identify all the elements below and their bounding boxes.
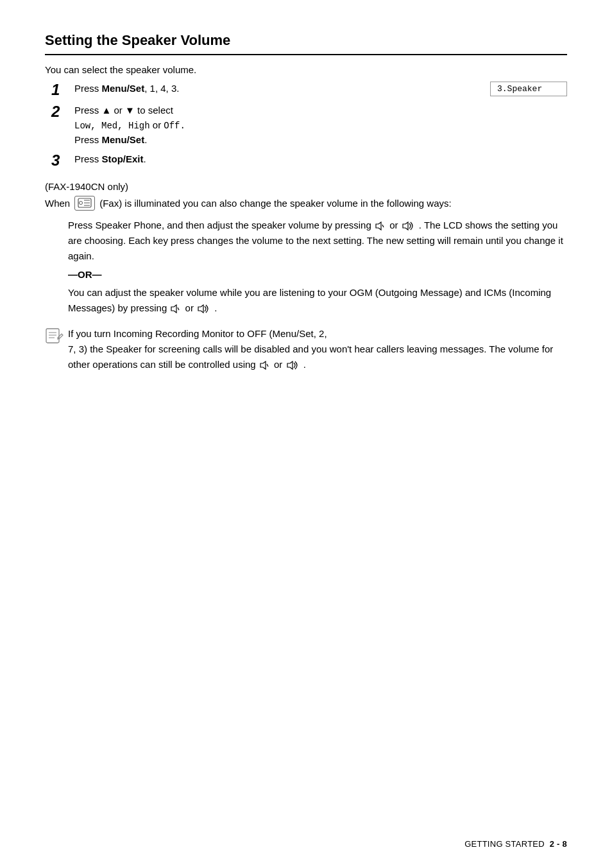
svg-marker-17 [287,361,293,369]
footer: GETTING STARTED 2 - 8 [464,839,567,849]
svg-line-6 [382,225,384,227]
indented-para-1: Press Speaker Phone, and then adjust the… [68,218,567,264]
lcd-display: 3.Speaker [490,82,567,96]
step-2: 2 Press ▲ or ▼ to select Low, Med, High … [51,103,567,147]
svg-rect-11 [46,329,59,343]
svg-point-1 [80,202,83,205]
speaker-phone-bold: Speaker Phone [92,220,162,230]
fax-volume-text: volume in the following ways: [327,196,451,211]
fax-when-line: When (Fax) is illuminated you can also c… [45,196,567,211]
step-2-or: or [153,119,161,130]
volume-low-icon [375,219,386,232]
fax-only-label: (FAX-1940CN only) [45,181,567,192]
step-1: 1 Press Menu/Set, 1, 4, 3. 3.Speaker [51,82,567,98]
svg-marker-5 [376,222,381,230]
volume-high-icon-2 [198,302,210,315]
step-3: 3 Press Stop/Exit. [51,152,567,169]
step-3-bold: Stop/Exit [102,153,144,164]
svg-marker-8 [171,305,176,313]
fax-icon [74,196,95,211]
note-icon [45,326,64,349]
step-3-number: 3 [51,152,74,169]
step-3-content: Press Stop/Exit. [74,152,567,167]
or-divider: —OR— [68,269,567,280]
note-3-bold: 3 [79,343,84,354]
footer-left: GETTING STARTED [464,839,545,849]
svg-marker-15 [260,361,266,369]
note-2-bold: 2 [319,328,324,339]
step-2-options: Low, Med, High [74,121,150,131]
indented-para-2: You can adjust the speaker volume while … [68,285,567,316]
step-2-content: Press ▲ or ▼ to select Low, Med, High or… [74,103,567,147]
fax-bold-label: (Fax) is illuminated you can also change… [99,196,324,211]
footer-right: 2 - 8 [550,839,567,849]
page-title: Setting the Speaker Volume [45,32,567,55]
note-text: If you turn Incoming Recording Monitor t… [68,326,567,372]
svg-marker-7 [403,222,408,230]
volume-low-icon-2 [171,302,181,315]
step-2-line3: Press Menu/Set. [74,134,147,145]
svg-line-9 [178,308,179,310]
when-text: When [45,196,70,211]
step-2-off: Off. [164,121,185,131]
note-block: If you turn Incoming Recording Monitor t… [45,326,567,372]
note-menuset-bold: Menu/Set [272,328,313,339]
volume-low-icon-3 [260,358,270,372]
intro-text: You can select the speaker volume. [45,64,567,75]
step-1-bold: Menu/Set [102,83,145,94]
svg-line-16 [267,364,268,367]
svg-marker-10 [198,305,203,313]
steps-container: 1 Press Menu/Set, 1, 4, 3. 3.Speaker 2 P… [51,82,567,169]
step-2-line1: Press ▲ or ▼ to select [74,105,173,116]
step-2-menuset: Menu/Set [102,134,145,145]
indented-section: Press Speaker Phone, and then adjust the… [68,218,567,316]
volume-high-icon-3 [287,358,300,372]
volume-high-icon [402,219,415,232]
step-2-number: 2 [51,103,74,120]
step-1-number: 1 [51,82,74,98]
note-7-bold: 7 [68,343,73,354]
